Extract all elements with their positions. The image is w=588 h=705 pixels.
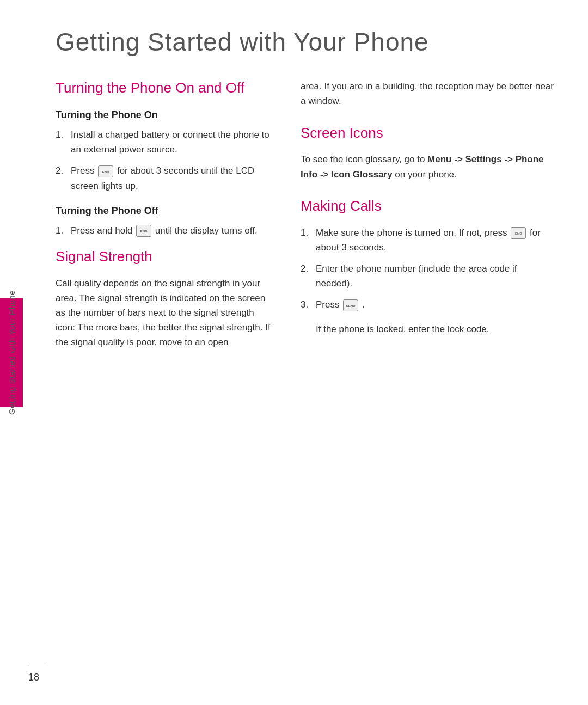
list-item: 1. Press and hold until the display turn… bbox=[56, 223, 273, 238]
turning-on-list: 1. Install a charged battery or connect … bbox=[56, 127, 273, 193]
side-tab: Getting Started with Your Phone bbox=[0, 0, 23, 705]
section-heading-making-calls: Making Calls bbox=[301, 197, 555, 216]
side-tab-label: Getting Started with Your Phone bbox=[7, 290, 16, 415]
page-number-text: 18 bbox=[28, 672, 39, 683]
page-container: Getting Started with Your Phone Getting … bbox=[0, 0, 588, 705]
list-item: 2. Press for about 3 seconds until the L… bbox=[56, 163, 273, 193]
making-calls-list: 1. Make sure the phone is turned on. If … bbox=[301, 225, 555, 312]
end-button-icon bbox=[98, 165, 113, 177]
sub-heading-turning-on: Turning the Phone On bbox=[56, 109, 273, 121]
signal-strength-body: Call quality depends on the signal stren… bbox=[56, 276, 273, 350]
list-item: 1. Install a charged battery or connect … bbox=[56, 127, 273, 157]
side-tab-text-container: Getting Started with Your Phone bbox=[0, 0, 23, 705]
section-heading-turning: Turning the Phone On and Off bbox=[56, 79, 273, 97]
section-heading-signal: Signal Strength bbox=[56, 248, 273, 266]
page-number: 18 bbox=[28, 666, 45, 684]
list-item: 2. Enter the phone number (include the a… bbox=[301, 261, 555, 291]
sub-heading-turning-off: Turning the Phone Off bbox=[56, 205, 273, 217]
list-item: 3. Press . bbox=[301, 297, 555, 312]
signal-continuation-text: area. If you are in a building, the rece… bbox=[301, 79, 555, 108]
page-divider bbox=[28, 666, 45, 667]
locked-text: If the phone is locked, enter the lock c… bbox=[301, 322, 555, 336]
end-button-icon-2 bbox=[136, 225, 151, 237]
two-column-layout: Turning the Phone On and Off Turning the… bbox=[56, 79, 555, 355]
end-button-icon-3 bbox=[511, 227, 526, 239]
send-button-icon bbox=[343, 299, 358, 311]
list-item: 1. Make sure the phone is turned on. If … bbox=[301, 225, 555, 255]
turning-off-list: 1. Press and hold until the display turn… bbox=[56, 223, 273, 238]
section-heading-screen-icons: Screen Icons bbox=[301, 124, 555, 143]
main-content: Getting Started with Your Phone Turning … bbox=[28, 0, 588, 705]
screen-icons-body: To see the icon glossary, go to Menu -> … bbox=[301, 152, 555, 181]
page-title: Getting Started with Your Phone bbox=[56, 27, 555, 57]
menu-path-bold: Menu -> Settings -> Phone Info -> Icon G… bbox=[301, 154, 544, 179]
right-column: area. If you are in a building, the rece… bbox=[301, 79, 555, 355]
left-column: Turning the Phone On and Off Turning the… bbox=[56, 79, 273, 355]
